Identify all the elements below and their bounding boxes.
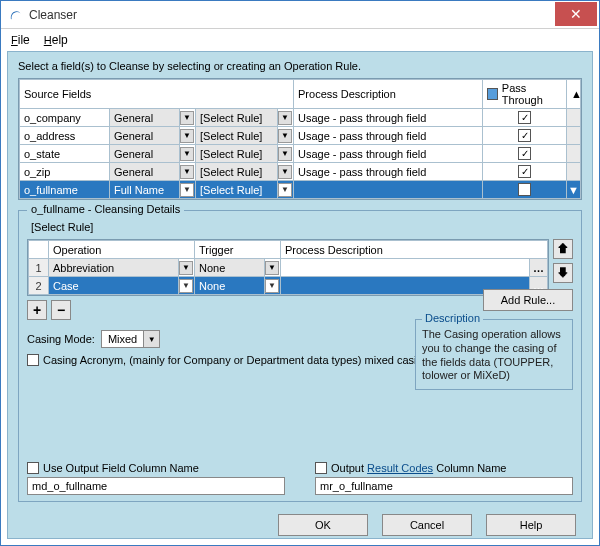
source-row[interactable]: o_addressGeneral▼[Select Rule]▼Usage - p…: [20, 127, 581, 145]
help-button[interactable]: Help: [486, 514, 576, 536]
output-row: Use Output Field Column Name Output Resu…: [27, 462, 573, 495]
header-operation: Operation: [49, 241, 195, 259]
rule-select[interactable]: [Select Rule]: [196, 127, 277, 144]
chevron-down-icon[interactable]: ▼: [143, 331, 159, 347]
pass-through-checkbox[interactable]: ✓: [518, 147, 531, 160]
description-legend: Description: [422, 312, 483, 324]
use-output-field-checkbox[interactable]: [27, 462, 39, 474]
rule-select[interactable]: [Select Rule]: [196, 163, 277, 180]
pass-through-checkbox[interactable]: ✓: [518, 129, 531, 142]
process-desc: Usage - pass through field: [294, 166, 430, 178]
trigger-select[interactable]: None: [195, 259, 264, 276]
header-pass-through[interactable]: Pass Through: [483, 80, 567, 109]
field-name: o_company: [20, 112, 85, 124]
scroll-down[interactable]: ▼: [567, 181, 581, 199]
menubar: File Help: [1, 29, 599, 51]
output-field-name-input[interactable]: [27, 477, 285, 495]
chevron-down-icon[interactable]: ▼: [278, 129, 292, 143]
ops-header-row: Operation Trigger Process Description: [29, 241, 548, 259]
output-result-codes-checkbox[interactable]: [315, 462, 327, 474]
cancel-button[interactable]: Cancel: [382, 514, 472, 536]
select-rule-label[interactable]: [Select Rule]: [27, 219, 573, 235]
description-group: Description The Casing operation allows …: [415, 319, 573, 390]
operation-select[interactable]: Case: [49, 277, 178, 294]
pass-through-checkbox[interactable]: ✓: [518, 111, 531, 124]
operation-row[interactable]: 1Abbreviation▼None▼…: [29, 259, 548, 277]
pass-through-all-checkbox[interactable]: [487, 88, 498, 100]
description-body: The Casing operation allows you to chang…: [422, 328, 566, 383]
header-trigger: Trigger: [195, 241, 281, 259]
chevron-down-icon[interactable]: ▼: [180, 111, 194, 125]
field-name: o_state: [20, 148, 64, 160]
source-row[interactable]: o_zipGeneral▼[Select Rule]▼Usage - pass …: [20, 163, 581, 181]
chevron-down-icon[interactable]: ▼: [278, 111, 292, 125]
chevron-down-icon[interactable]: ▼: [278, 147, 292, 161]
cleanser-window: Cleanser ✕ File Help Select a field(s) t…: [0, 0, 600, 546]
add-op-button[interactable]: +: [27, 300, 47, 320]
chevron-down-icon[interactable]: ▼: [278, 183, 292, 197]
source-row[interactable]: o_stateGeneral▼[Select Rule]▼Usage - pas…: [20, 145, 581, 163]
process-desc: Usage - pass through field: [294, 112, 430, 124]
casing-mode-select[interactable]: Mixed ▼: [101, 330, 160, 348]
rule-select[interactable]: [Select Rule]: [196, 109, 277, 126]
trigger-select[interactable]: None: [195, 277, 264, 294]
source-row[interactable]: o_companyGeneral▼[Select Rule]▼Usage - p…: [20, 109, 581, 127]
casing-mode-label: Casing Mode:: [27, 333, 95, 345]
field-name: o_address: [20, 130, 79, 142]
scroll-up[interactable]: ▲: [567, 80, 581, 109]
field-type-select[interactable]: Full Name: [110, 181, 179, 198]
ops-reorder: 🡅 🡇: [553, 239, 573, 296]
ok-button[interactable]: OK: [278, 514, 368, 536]
casing-acronym-checkbox[interactable]: [27, 354, 39, 366]
footer-buttons: OK Cancel Help: [18, 514, 582, 536]
operations-table: Operation Trigger Process Description 1A…: [27, 239, 549, 296]
source-row[interactable]: o_fullnameFull Name▼[Select Rule]▼✓▼: [20, 181, 581, 199]
remove-op-button[interactable]: −: [51, 300, 71, 320]
row-number: 1: [29, 259, 49, 277]
ellipsis-button[interactable]: …: [529, 259, 547, 276]
chevron-down-icon[interactable]: ▼: [278, 165, 292, 179]
operation-row[interactable]: 2Case▼None▼…: [29, 277, 548, 295]
casing-acronym-label: Casing Acronym, (mainly for Company or D…: [43, 354, 429, 366]
add-rule-button[interactable]: Add Rule...: [483, 289, 573, 311]
result-codes-link[interactable]: Result Codes: [367, 462, 433, 474]
chevron-down-icon[interactable]: ▼: [180, 129, 194, 143]
field-type-select[interactable]: General: [110, 163, 179, 180]
pass-through-checkbox[interactable]: ✓: [518, 183, 531, 196]
close-button[interactable]: ✕: [555, 2, 597, 26]
details-legend: o_fullname - Cleansing Details: [27, 203, 184, 215]
header-source-fields: Source Fields: [20, 80, 294, 109]
pass-through-checkbox[interactable]: ✓: [518, 165, 531, 178]
cleansing-details-group: o_fullname - Cleansing Details [Select R…: [18, 210, 582, 502]
chevron-down-icon[interactable]: ▼: [179, 279, 193, 293]
field-type-select[interactable]: General: [110, 145, 179, 162]
field-type-select[interactable]: General: [110, 109, 179, 126]
row-number: 2: [29, 277, 49, 295]
chevron-down-icon[interactable]: ▼: [180, 183, 194, 197]
chevron-down-icon[interactable]: ▼: [265, 279, 279, 293]
chevron-down-icon[interactable]: ▼: [180, 165, 194, 179]
menu-help[interactable]: Help: [44, 33, 68, 47]
chevron-down-icon[interactable]: ▼: [180, 147, 194, 161]
client-area: Select a field(s) to Cleanse by selectin…: [7, 51, 593, 539]
field-type-select[interactable]: General: [110, 127, 179, 144]
operation-select[interactable]: Abbreviation: [49, 259, 178, 276]
chevron-down-icon[interactable]: ▼: [179, 261, 193, 275]
titlebar: Cleanser ✕: [1, 1, 599, 29]
rule-select[interactable]: [Select Rule]: [196, 145, 277, 162]
chevron-down-icon[interactable]: ▼: [265, 261, 279, 275]
field-name: o_zip: [20, 166, 54, 178]
process-desc: Usage - pass through field: [294, 130, 430, 142]
instruction-text: Select a field(s) to Cleanse by selectin…: [18, 60, 582, 72]
move-down-button[interactable]: 🡇: [553, 263, 573, 283]
source-header-row: Source Fields Process Description Pass T…: [20, 80, 581, 109]
result-codes-field-input[interactable]: [315, 477, 573, 495]
menu-file[interactable]: File: [11, 33, 30, 47]
move-up-button[interactable]: 🡅: [553, 239, 573, 259]
header-process: Process Description: [281, 241, 548, 259]
source-fields-table: Source Fields Process Description Pass T…: [18, 78, 582, 200]
rule-select[interactable]: [Select Rule]: [196, 181, 277, 198]
output-result-codes-label: Output Result Codes Column Name: [331, 462, 506, 474]
use-output-field-label: Use Output Field Column Name: [43, 462, 199, 474]
process-desc: Usage - pass through field: [294, 148, 430, 160]
